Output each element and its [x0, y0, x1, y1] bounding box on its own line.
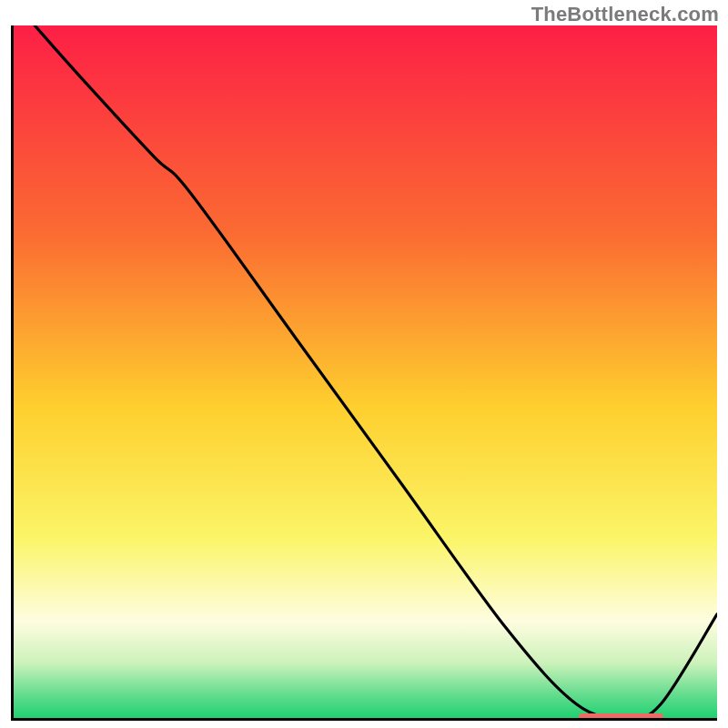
optimal-range-marker	[579, 713, 663, 721]
chart-frame: TheBottleneck.com	[0, 0, 728, 728]
plot-area	[11, 25, 717, 721]
heat-gradient	[14, 25, 717, 718]
watermark-text: TheBottleneck.com	[531, 3, 719, 26]
plot-svg	[14, 25, 717, 718]
